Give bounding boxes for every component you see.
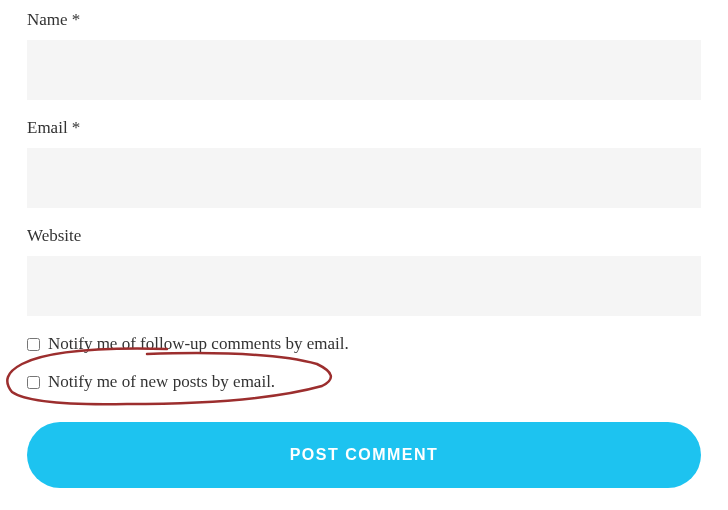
- notify-comments-label: Notify me of follow-up comments by email…: [48, 334, 349, 354]
- website-input[interactable]: [27, 256, 701, 316]
- website-label: Website: [27, 226, 701, 246]
- notify-posts-checkbox[interactable]: [27, 376, 40, 389]
- notify-posts-label: Notify me of new posts by email.: [48, 372, 275, 392]
- name-input[interactable]: [27, 40, 701, 100]
- email-label: Email *: [27, 118, 701, 138]
- post-comment-button[interactable]: POST COMMENT: [27, 422, 701, 488]
- name-label: Name *: [27, 10, 701, 30]
- notify-comments-checkbox[interactable]: [27, 338, 40, 351]
- email-input[interactable]: [27, 148, 701, 208]
